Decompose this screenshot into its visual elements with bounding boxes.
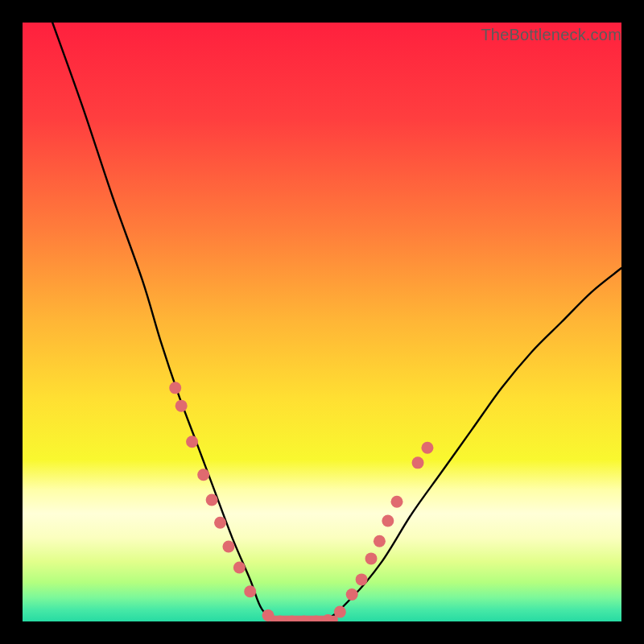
highlight-dot bbox=[334, 606, 346, 618]
highlight-dot bbox=[206, 493, 218, 506]
highlight-dot bbox=[233, 562, 246, 574]
highlight-dot bbox=[421, 442, 433, 454]
highlight-dot bbox=[244, 585, 256, 597]
highlight-dot bbox=[356, 573, 368, 585]
highlight-dot bbox=[374, 535, 386, 547]
highlight-dots bbox=[169, 382, 433, 621]
plot-area: TheBottleneck.com bbox=[23, 23, 621, 621]
curve-layer bbox=[23, 23, 621, 621]
highlight-dot bbox=[382, 515, 394, 527]
highlight-dot bbox=[412, 456, 424, 469]
highlight-dot bbox=[222, 541, 234, 553]
bottleneck-curve bbox=[52, 23, 621, 621]
highlight-dot bbox=[365, 552, 378, 564]
highlight-dot bbox=[175, 400, 188, 412]
highlight-dot bbox=[346, 588, 358, 601]
highlight-dot bbox=[169, 382, 181, 394]
highlight-dot bbox=[186, 436, 198, 448]
highlight-dot bbox=[214, 517, 226, 529]
highlight-dot bbox=[391, 496, 403, 508]
highlight-dot bbox=[197, 469, 209, 481]
chart-frame: TheBottleneck.com bbox=[0, 0, 644, 644]
highlight-dot bbox=[262, 609, 275, 621]
